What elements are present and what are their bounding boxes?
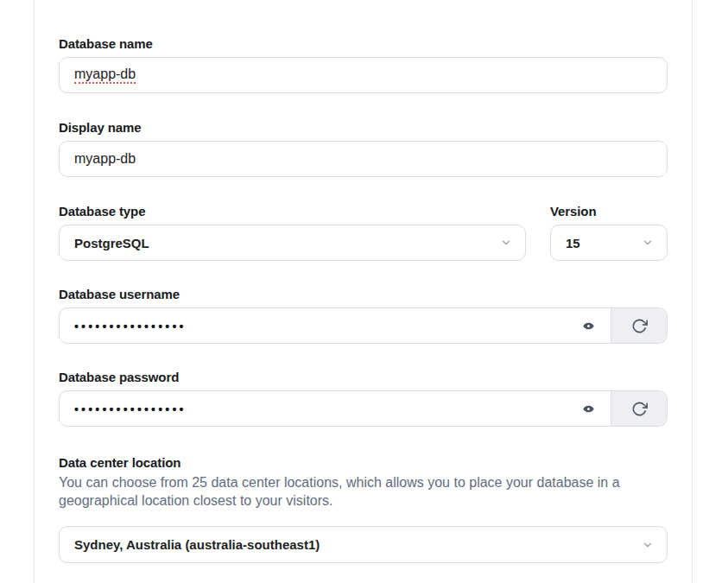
database-password-input[interactable]: ••••••••••••••••: [60, 391, 611, 426]
version-value: 15: [566, 236, 580, 250]
database-password-label: Database password: [59, 370, 668, 385]
version-select[interactable]: 15: [550, 225, 668, 261]
data-center-location-description: You can choose from 25 data center locat…: [59, 474, 668, 510]
field-display-name: Display name myapp-db: [59, 120, 668, 177]
database-username-masked-value: ••••••••••••••••: [74, 319, 187, 333]
row-type-version: Database type PostgreSQL Version 15: [59, 204, 668, 261]
field-version: Version 15: [550, 204, 668, 261]
database-type-value: PostgreSQL: [74, 236, 149, 250]
toggle-username-visibility-button[interactable]: [579, 316, 598, 335]
database-username-input[interactable]: ••••••••••••••••: [60, 308, 611, 343]
database-username-group: ••••••••••••••••: [59, 307, 668, 344]
database-password-group: ••••••••••••••••: [59, 390, 668, 427]
field-database-name: Database name myapp-db: [59, 36, 668, 93]
display-name-value: myapp-db: [74, 151, 136, 167]
database-type-select[interactable]: PostgreSQL: [59, 225, 526, 261]
eye-icon: [582, 320, 595, 333]
field-data-center-location: Data center location You can choose from…: [59, 455, 668, 563]
field-database-username: Database username ••••••••••••••••: [59, 287, 668, 344]
database-name-input[interactable]: myapp-db: [59, 57, 668, 93]
data-center-location-select[interactable]: Sydney, Australia (australia-southeast1): [59, 526, 668, 563]
chevron-down-icon: [642, 539, 654, 551]
database-name-label: Database name: [59, 36, 668, 52]
version-label: Version: [550, 204, 668, 219]
regenerate-username-button[interactable]: [611, 308, 667, 343]
chevron-down-icon: [642, 237, 654, 249]
database-password-masked-value: ••••••••••••••••: [74, 402, 187, 415]
database-type-label: Database type: [59, 204, 526, 219]
display-name-input[interactable]: myapp-db: [59, 141, 668, 177]
display-name-label: Display name: [59, 120, 668, 136]
create-database-form-panel: Database name myapp-db Display name myap…: [34, 0, 693, 583]
data-center-location-value: Sydney, Australia (australia-southeast1): [74, 537, 320, 552]
eye-icon: [582, 402, 595, 415]
field-database-type: Database type PostgreSQL: [59, 204, 526, 261]
data-center-location-label: Data center location: [59, 455, 668, 471]
regenerate-password-button[interactable]: [611, 391, 667, 426]
refresh-icon: [631, 401, 648, 417]
database-name-value: myapp-db: [74, 67, 136, 84]
chevron-down-icon: [500, 237, 512, 249]
field-database-password: Database password ••••••••••••••••: [59, 370, 668, 427]
refresh-icon: [631, 318, 648, 334]
database-username-label: Database username: [59, 287, 668, 302]
toggle-password-visibility-button[interactable]: [579, 399, 598, 418]
